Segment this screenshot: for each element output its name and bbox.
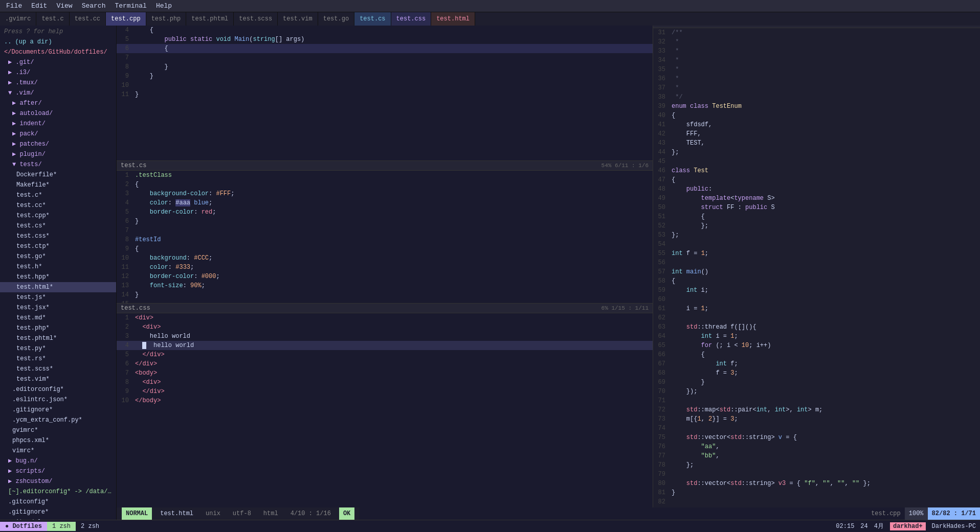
sidebar-autoload[interactable]: ▶ autoload/ [0, 108, 116, 119]
sidebar-zshcustom[interactable]: ▶ zshcustom/ [0, 476, 116, 487]
tab-dotfiles[interactable]: ● Dotfiles [0, 522, 47, 531]
sidebar-testpy-file[interactable]: test.py* [0, 343, 116, 354]
code-line: 34 * [653, 56, 980, 65]
sidebar-tests[interactable]: ▼ tests/ [0, 159, 116, 170]
code-line: 76 "aa", [653, 442, 980, 451]
sidebar-editorconfig-sym[interactable]: [~].editorconfig* -> /data/Do [0, 487, 116, 497]
sidebar-testhpp-file[interactable]: test.hpp* [0, 272, 116, 282]
code-line: 13 font-size: 90%; [117, 281, 653, 290]
sidebar-testjsx-file[interactable]: test.jsx* [0, 303, 116, 313]
pane-container: 4 { 5 public static void Main(string[] a… [117, 26, 980, 507]
code-line: 10 </body> [117, 396, 653, 405]
status-mode: NORMAL [122, 507, 152, 520]
code-line: 78 }; [653, 460, 980, 470]
sidebar-testjs-file[interactable]: test.js* [0, 292, 116, 303]
status-left: NORMAL test.html unix utf-8 html 4/10 : … [117, 507, 360, 520]
sidebar-gitconfig[interactable]: .gitconfig* [0, 497, 116, 507]
tab-gvimrc[interactable]: .gvimrc [0, 12, 36, 26]
sidebar-testrs-file[interactable]: test.rs* [0, 354, 116, 364]
sidebar-vim[interactable]: ▼ .vim/ [0, 88, 116, 98]
tab-testphtml[interactable]: test.phtml [186, 12, 234, 26]
tab-testcs[interactable]: test.cs [354, 12, 391, 26]
sidebar-ycm[interactable]: .ycm_extra_conf.py* [0, 415, 116, 425]
code-line: 54 [653, 240, 980, 249]
sidebar-testcpp-file[interactable]: test.cpp* [0, 211, 116, 221]
right-pane-file: test.cpp [867, 510, 905, 517]
status-charset: utf-8 [229, 510, 255, 517]
sidebar-gitignore-vim[interactable]: .gitignore* [0, 405, 116, 415]
pane-mid-filename: test.cs [121, 162, 146, 169]
code-line: 6 } [117, 217, 653, 226]
sidebar-gitignore-root[interactable]: .gitignore* [0, 507, 116, 517]
sidebar-testh-file[interactable]: test.h* [0, 262, 116, 272]
sidebar-makefile[interactable]: Makefile* [0, 180, 116, 190]
sidebar-testphtml-file[interactable]: test.phtml* [0, 333, 116, 343]
code-line: 53}; [653, 230, 980, 240]
menu-file[interactable]: File [2, 1, 26, 11]
tab-testcss[interactable]: test.css [391, 12, 432, 26]
code-line: 9 </div> [117, 387, 653, 396]
sidebar-i3[interactable]: ▶ .i3/ [0, 67, 116, 78]
code-area-top[interactable]: 4 { 5 public static void Main(string[] a… [117, 26, 653, 160]
tab-zsh1[interactable]: 1 zsh [47, 522, 76, 531]
sidebar-testcss-file[interactable]: test.css* [0, 231, 116, 241]
menu-help[interactable]: Help [152, 1, 176, 11]
sidebar-bugn[interactable]: ▶ bug.n/ [0, 456, 116, 466]
sidebar-dockerfile[interactable]: Dockerfile* [0, 170, 116, 180]
sidebar-testphp-file[interactable]: test.php* [0, 323, 116, 333]
code-area-right[interactable]: 31/** 32 * 33 * 34 * 35 * 36 * 37 * 38 *… [653, 28, 980, 507]
sidebar-testscss-file[interactable]: test.scss* [0, 364, 116, 374]
bottom-time: 02:15 [836, 523, 854, 530]
sidebar-eslintrc[interactable]: .eslintrc.json* [0, 395, 116, 405]
menu-view[interactable]: View [52, 1, 76, 11]
code-line: 3 hello world [117, 332, 653, 341]
sidebar-scripts[interactable]: ▶ scripts/ [0, 466, 116, 476]
code-line: 40{ [653, 111, 980, 120]
bottom-month: 4月 [874, 522, 884, 530]
sidebar-root[interactable]: </Documents/GitHub/dotfiles/ [0, 47, 116, 57]
tab-testc[interactable]: test.c [36, 12, 69, 26]
sidebar-after[interactable]: ▶ after/ [0, 98, 116, 108]
sidebar-testmd-file[interactable]: test.md* [0, 313, 116, 323]
code-line: 52 }; [653, 221, 980, 230]
menu-search[interactable]: Search [78, 1, 110, 11]
tab-testscss[interactable]: test.scss [234, 12, 278, 26]
tab-testvim[interactable]: test.vim [278, 12, 318, 26]
sidebar-testvim-file[interactable]: test.vim* [0, 374, 116, 384]
code-line: 77 "bb", [653, 451, 980, 460]
tab-testgo[interactable]: test.go [318, 12, 354, 26]
sidebar-testc-file[interactable]: test.c* [0, 190, 116, 200]
sidebar-indent[interactable]: ▶ indent/ [0, 119, 116, 129]
code-area-mid[interactable]: 1 .testClass 2 { 3 background-color: #FF… [117, 171, 653, 303]
sidebar-testcs-file[interactable]: test.cs* [0, 221, 116, 231]
sidebar: Press ? for help .. (up a dir) </Documen… [0, 26, 117, 520]
sidebar-testgo-file[interactable]: test.go* [0, 251, 116, 262]
tab-testphp[interactable]: test.php [146, 12, 187, 26]
code-line: 39enum class TestEnum [653, 102, 980, 111]
sidebar-up-dir[interactable]: .. (up a dir) [0, 37, 116, 47]
code-area-bot[interactable]: 1 <div> 2 <div> 3 hello world 4 [117, 313, 653, 507]
tab-zsh2[interactable]: 2 zsh [76, 522, 104, 531]
tab-testcc[interactable]: test.cc [70, 12, 106, 26]
sidebar-tmux[interactable]: ▶ .tmux/ [0, 78, 116, 88]
sidebar-phpcs[interactable]: phpcs.xml* [0, 435, 116, 446]
sidebar-vimrc[interactable]: vimrc* [0, 446, 116, 456]
status-position: 4/10 : 1/16 [286, 510, 335, 517]
main-area: Press ? for help .. (up a dir) </Documen… [0, 26, 980, 520]
sidebar-gvimrc[interactable]: gvimrc* [0, 425, 116, 435]
sidebar-git[interactable]: ▶ .git/ [0, 57, 116, 67]
status-ok: OK [339, 507, 354, 520]
code-line: 10 background: #CCC; [117, 253, 653, 263]
sidebar-testcc-file[interactable]: test.cc* [0, 200, 116, 211]
menu-edit[interactable]: Edit [27, 1, 51, 11]
tab-testhtml[interactable]: test.html [431, 12, 475, 26]
menu-terminal[interactable]: Terminal [110, 1, 150, 11]
sidebar-testhtml-file[interactable]: test.html* [0, 282, 116, 292]
sidebar-patches[interactable]: ▶ patches/ [0, 139, 116, 149]
sidebar-plugin[interactable]: ▶ plugin/ [0, 149, 116, 159]
tab-testcpp[interactable]: test.cpp [106, 12, 146, 26]
sidebar-pack[interactable]: ▶ pack/ [0, 129, 116, 139]
sidebar-editorconfig[interactable]: .editorconfig* [0, 384, 116, 395]
sidebar-testctp-file[interactable]: test.ctp* [0, 241, 116, 251]
code-line: 5 public static void Main(string[] args) [117, 35, 653, 44]
